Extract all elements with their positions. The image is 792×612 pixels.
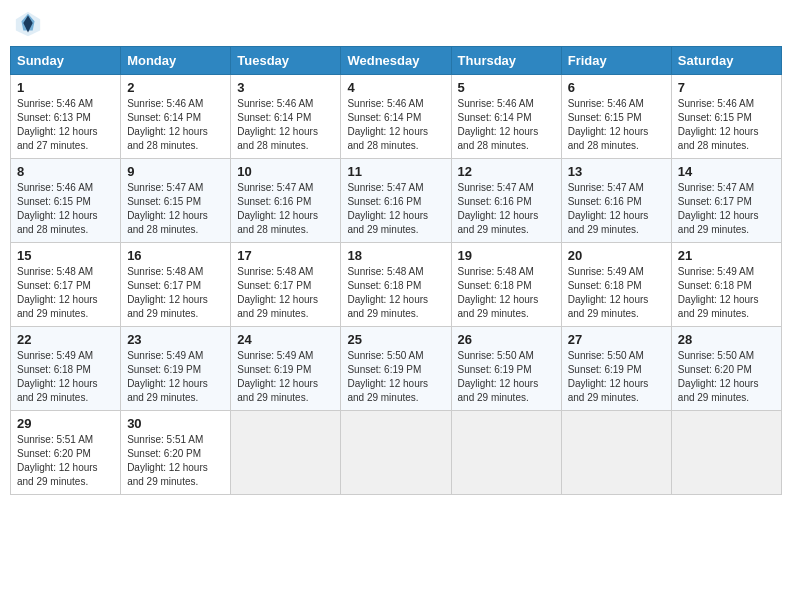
day-header-friday: Friday	[561, 47, 671, 75]
day-number: 3	[237, 80, 334, 95]
cell-info: Sunrise: 5:49 AMSunset: 6:19 PMDaylight:…	[127, 349, 224, 405]
calendar-cell: 9Sunrise: 5:47 AMSunset: 6:15 PMDaylight…	[121, 159, 231, 243]
calendar-cell: 8Sunrise: 5:46 AMSunset: 6:15 PMDaylight…	[11, 159, 121, 243]
day-number: 16	[127, 248, 224, 263]
calendar-cell: 30Sunrise: 5:51 AMSunset: 6:20 PMDayligh…	[121, 411, 231, 495]
calendar-week-5: 29Sunrise: 5:51 AMSunset: 6:20 PMDayligh…	[11, 411, 782, 495]
cell-info: Sunrise: 5:50 AMSunset: 6:19 PMDaylight:…	[458, 349, 555, 405]
calendar-cell: 1Sunrise: 5:46 AMSunset: 6:13 PMDaylight…	[11, 75, 121, 159]
cell-info: Sunrise: 5:46 AMSunset: 6:15 PMDaylight:…	[17, 181, 114, 237]
day-header-saturday: Saturday	[671, 47, 781, 75]
calendar-cell: 18Sunrise: 5:48 AMSunset: 6:18 PMDayligh…	[341, 243, 451, 327]
day-number: 25	[347, 332, 444, 347]
day-number: 5	[458, 80, 555, 95]
cell-info: Sunrise: 5:51 AMSunset: 6:20 PMDaylight:…	[127, 433, 224, 489]
calendar-week-4: 22Sunrise: 5:49 AMSunset: 6:18 PMDayligh…	[11, 327, 782, 411]
day-number: 17	[237, 248, 334, 263]
calendar-cell: 2Sunrise: 5:46 AMSunset: 6:14 PMDaylight…	[121, 75, 231, 159]
day-number: 8	[17, 164, 114, 179]
cell-info: Sunrise: 5:47 AMSunset: 6:17 PMDaylight:…	[678, 181, 775, 237]
calendar-week-1: 1Sunrise: 5:46 AMSunset: 6:13 PMDaylight…	[11, 75, 782, 159]
calendar-cell: 11Sunrise: 5:47 AMSunset: 6:16 PMDayligh…	[341, 159, 451, 243]
calendar-cell: 21Sunrise: 5:49 AMSunset: 6:18 PMDayligh…	[671, 243, 781, 327]
day-number: 2	[127, 80, 224, 95]
calendar-cell: 15Sunrise: 5:48 AMSunset: 6:17 PMDayligh…	[11, 243, 121, 327]
cell-info: Sunrise: 5:49 AMSunset: 6:19 PMDaylight:…	[237, 349, 334, 405]
cell-info: Sunrise: 5:49 AMSunset: 6:18 PMDaylight:…	[678, 265, 775, 321]
calendar-cell: 5Sunrise: 5:46 AMSunset: 6:14 PMDaylight…	[451, 75, 561, 159]
day-number: 12	[458, 164, 555, 179]
day-number: 6	[568, 80, 665, 95]
cell-info: Sunrise: 5:49 AMSunset: 6:18 PMDaylight:…	[568, 265, 665, 321]
cell-info: Sunrise: 5:48 AMSunset: 6:17 PMDaylight:…	[237, 265, 334, 321]
cell-info: Sunrise: 5:46 AMSunset: 6:14 PMDaylight:…	[347, 97, 444, 153]
cell-info: Sunrise: 5:46 AMSunset: 6:13 PMDaylight:…	[17, 97, 114, 153]
day-header-thursday: Thursday	[451, 47, 561, 75]
cell-info: Sunrise: 5:49 AMSunset: 6:18 PMDaylight:…	[17, 349, 114, 405]
calendar-cell: 20Sunrise: 5:49 AMSunset: 6:18 PMDayligh…	[561, 243, 671, 327]
cell-info: Sunrise: 5:48 AMSunset: 6:18 PMDaylight:…	[458, 265, 555, 321]
calendar-cell: 6Sunrise: 5:46 AMSunset: 6:15 PMDaylight…	[561, 75, 671, 159]
logo-icon	[14, 10, 42, 38]
cell-info: Sunrise: 5:51 AMSunset: 6:20 PMDaylight:…	[17, 433, 114, 489]
calendar-cell	[231, 411, 341, 495]
cell-info: Sunrise: 5:48 AMSunset: 6:18 PMDaylight:…	[347, 265, 444, 321]
calendar-cell: 29Sunrise: 5:51 AMSunset: 6:20 PMDayligh…	[11, 411, 121, 495]
day-number: 23	[127, 332, 224, 347]
calendar-cell: 26Sunrise: 5:50 AMSunset: 6:19 PMDayligh…	[451, 327, 561, 411]
calendar-cell: 10Sunrise: 5:47 AMSunset: 6:16 PMDayligh…	[231, 159, 341, 243]
cell-info: Sunrise: 5:46 AMSunset: 6:14 PMDaylight:…	[237, 97, 334, 153]
day-number: 14	[678, 164, 775, 179]
cell-info: Sunrise: 5:50 AMSunset: 6:19 PMDaylight:…	[568, 349, 665, 405]
day-number: 11	[347, 164, 444, 179]
day-number: 7	[678, 80, 775, 95]
calendar-cell	[671, 411, 781, 495]
day-number: 26	[458, 332, 555, 347]
cell-info: Sunrise: 5:47 AMSunset: 6:16 PMDaylight:…	[458, 181, 555, 237]
day-number: 4	[347, 80, 444, 95]
calendar: SundayMondayTuesdayWednesdayThursdayFrid…	[10, 46, 782, 495]
calendar-cell: 25Sunrise: 5:50 AMSunset: 6:19 PMDayligh…	[341, 327, 451, 411]
calendar-cell: 7Sunrise: 5:46 AMSunset: 6:15 PMDaylight…	[671, 75, 781, 159]
day-number: 19	[458, 248, 555, 263]
cell-info: Sunrise: 5:48 AMSunset: 6:17 PMDaylight:…	[127, 265, 224, 321]
day-number: 30	[127, 416, 224, 431]
calendar-cell: 24Sunrise: 5:49 AMSunset: 6:19 PMDayligh…	[231, 327, 341, 411]
cell-info: Sunrise: 5:46 AMSunset: 6:14 PMDaylight:…	[127, 97, 224, 153]
day-number: 18	[347, 248, 444, 263]
calendar-cell	[561, 411, 671, 495]
cell-info: Sunrise: 5:47 AMSunset: 6:16 PMDaylight:…	[237, 181, 334, 237]
day-number: 27	[568, 332, 665, 347]
calendar-cell	[341, 411, 451, 495]
day-number: 29	[17, 416, 114, 431]
cell-info: Sunrise: 5:47 AMSunset: 6:16 PMDaylight:…	[568, 181, 665, 237]
day-number: 24	[237, 332, 334, 347]
calendar-cell: 19Sunrise: 5:48 AMSunset: 6:18 PMDayligh…	[451, 243, 561, 327]
day-header-wednesday: Wednesday	[341, 47, 451, 75]
calendar-cell: 12Sunrise: 5:47 AMSunset: 6:16 PMDayligh…	[451, 159, 561, 243]
cell-info: Sunrise: 5:46 AMSunset: 6:14 PMDaylight:…	[458, 97, 555, 153]
calendar-week-3: 15Sunrise: 5:48 AMSunset: 6:17 PMDayligh…	[11, 243, 782, 327]
day-number: 15	[17, 248, 114, 263]
day-number: 1	[17, 80, 114, 95]
cell-info: Sunrise: 5:47 AMSunset: 6:16 PMDaylight:…	[347, 181, 444, 237]
day-number: 10	[237, 164, 334, 179]
day-header-tuesday: Tuesday	[231, 47, 341, 75]
cell-info: Sunrise: 5:48 AMSunset: 6:17 PMDaylight:…	[17, 265, 114, 321]
cell-info: Sunrise: 5:50 AMSunset: 6:20 PMDaylight:…	[678, 349, 775, 405]
calendar-header: SundayMondayTuesdayWednesdayThursdayFrid…	[11, 47, 782, 75]
day-number: 13	[568, 164, 665, 179]
calendar-cell: 23Sunrise: 5:49 AMSunset: 6:19 PMDayligh…	[121, 327, 231, 411]
header-row: SundayMondayTuesdayWednesdayThursdayFrid…	[11, 47, 782, 75]
cell-info: Sunrise: 5:50 AMSunset: 6:19 PMDaylight:…	[347, 349, 444, 405]
day-header-monday: Monday	[121, 47, 231, 75]
day-number: 21	[678, 248, 775, 263]
calendar-cell: 3Sunrise: 5:46 AMSunset: 6:14 PMDaylight…	[231, 75, 341, 159]
calendar-cell: 22Sunrise: 5:49 AMSunset: 6:18 PMDayligh…	[11, 327, 121, 411]
logo	[14, 10, 46, 38]
calendar-cell: 16Sunrise: 5:48 AMSunset: 6:17 PMDayligh…	[121, 243, 231, 327]
cell-info: Sunrise: 5:47 AMSunset: 6:15 PMDaylight:…	[127, 181, 224, 237]
calendar-cell: 13Sunrise: 5:47 AMSunset: 6:16 PMDayligh…	[561, 159, 671, 243]
header	[10, 10, 782, 38]
calendar-cell: 4Sunrise: 5:46 AMSunset: 6:14 PMDaylight…	[341, 75, 451, 159]
